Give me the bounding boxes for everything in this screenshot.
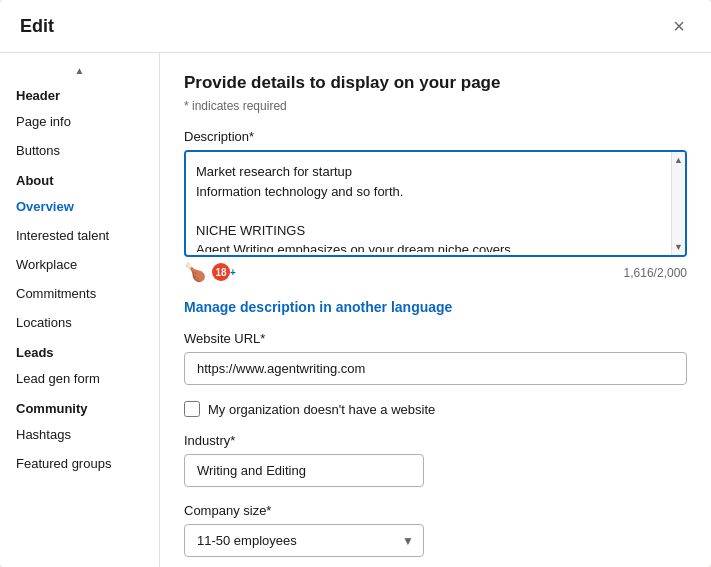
sidebar-item-overview[interactable]: Overview: [0, 192, 159, 221]
description-field-group: Description* Market research for startup…: [184, 129, 687, 283]
no-website-label: My organization doesn't have a website: [208, 402, 435, 417]
industry-input[interactable]: [184, 454, 424, 487]
sidebar-item-featured-groups[interactable]: Featured groups: [0, 449, 159, 478]
manage-description-link[interactable]: Manage description in another language: [184, 299, 452, 315]
website-input[interactable]: [184, 352, 687, 385]
modal-header: Edit ×: [0, 0, 711, 53]
scroll-up-arrow[interactable]: ▲: [671, 152, 686, 168]
sidebar: ▲ Header Page info Buttons About Overvie…: [0, 53, 160, 567]
modal-body: ▲ Header Page info Buttons About Overvie…: [0, 53, 711, 567]
sidebar-item-workplace[interactable]: Workplace: [0, 250, 159, 279]
description-textarea[interactable]: Market research for startup Information …: [186, 152, 685, 252]
industry-label: Industry*: [184, 433, 687, 448]
required-note: * indicates required: [184, 99, 687, 113]
description-textarea-wrapper: Market research for startup Information …: [184, 150, 687, 257]
website-label: Website URL*: [184, 331, 687, 346]
edit-modal: Edit × ▲ Header Page info Buttons About …: [0, 0, 711, 567]
sidebar-item-lead-gen-form[interactable]: Lead gen form: [0, 364, 159, 393]
emoji-count-badge: 18: [212, 263, 230, 281]
main-content: Provide details to display on your page …: [160, 53, 711, 567]
sidebar-item-commitments[interactable]: Commitments: [0, 279, 159, 308]
emoji-icon-chicken[interactable]: 🍗: [184, 261, 206, 283]
scroll-up-button[interactable]: ▲: [0, 61, 159, 80]
sidebar-item-locations[interactable]: Locations: [0, 308, 159, 337]
scroll-down-arrow[interactable]: ▼: [671, 239, 686, 255]
sidebar-section-about: About: [0, 165, 159, 192]
sidebar-item-hashtags[interactable]: Hashtags: [0, 420, 159, 449]
description-label: Description*: [184, 129, 687, 144]
sidebar-item-buttons[interactable]: Buttons: [0, 136, 159, 165]
sidebar-section-leads: Leads: [0, 337, 159, 364]
textarea-scrollbar: ▲ ▼: [671, 152, 685, 255]
sidebar-section-community: Community: [0, 393, 159, 420]
industry-field-group: Industry*: [184, 433, 687, 487]
modal-title: Edit: [20, 16, 54, 37]
company-size-label: Company size*: [184, 503, 687, 518]
section-title: Provide details to display on your page: [184, 73, 687, 93]
char-count: 1,616/2,000: [624, 266, 687, 280]
sidebar-item-page-info[interactable]: Page info: [0, 107, 159, 136]
sidebar-section-header: Header: [0, 80, 159, 107]
no-website-checkbox[interactable]: [184, 401, 200, 417]
website-field-group: Website URL*: [184, 331, 687, 385]
company-size-select[interactable]: 1 employee 2-10 employees 11-50 employee…: [184, 524, 424, 557]
emoji-badge[interactable]: 18 +: [212, 263, 236, 281]
company-size-field-group: Company size* 1 employee 2-10 employees …: [184, 503, 687, 557]
company-size-select-wrapper: 1 employee 2-10 employees 11-50 employee…: [184, 524, 424, 557]
emoji-plus: +: [230, 267, 236, 278]
no-website-row: My organization doesn't have a website: [184, 401, 687, 417]
close-button[interactable]: ×: [667, 14, 691, 38]
sidebar-item-interested-talent[interactable]: Interested talent: [0, 221, 159, 250]
